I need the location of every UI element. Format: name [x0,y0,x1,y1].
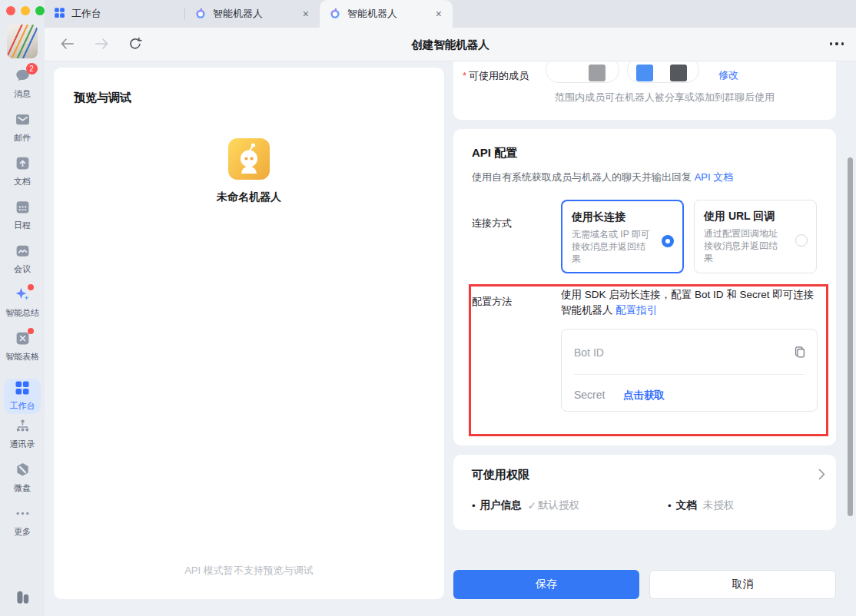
calendar-icon [15,199,31,218]
tab-close-icon[interactable]: × [434,8,443,20]
api-config-subtitle: 使用自有系统获取成员与机器人的聊天并输出回复 API 文档 [472,171,733,184]
user-avatar[interactable] [7,25,38,58]
tab-bar: 工作台 智能机器人 × 智能机器人 × [45,0,856,28]
save-button[interactable]: 保存 [453,570,639,599]
sidebar-item-smart-summary[interactable]: 智能总结 [0,286,45,330]
workbench-grid-icon [54,7,65,21]
bullet-icon: • [472,500,476,512]
members-label: *可使用的成员 [463,69,529,83]
close-window-button[interactable] [6,6,15,15]
sidebar-item-docs[interactable]: 文档 [0,155,45,199]
sidebar-item-workbench[interactable]: 工作台 [0,374,45,418]
get-secret-link[interactable]: 点击获取 [623,389,665,402]
toolbar: 创建智能机器人 [45,28,856,61]
radio-selected-icon[interactable] [662,235,674,247]
robot-tab-icon [194,7,207,22]
meeting-icon [15,243,31,262]
permissions-title: 可使用权限 [472,468,529,482]
bot-name: 未命名机器人 [54,190,444,204]
member-avatar [589,65,606,81]
members-card: *可使用的成员 修改 范围内成员可在机器人被分享或添加到群聊后使用 [453,61,836,120]
mail-icon [15,111,31,131]
tab-workbench[interactable]: 工作台 [45,0,184,28]
bot-identity: 未命名机器人 [54,138,444,204]
permission-docs: • 文档 未授权 [668,498,734,512]
workbench-grid-icon [15,380,30,399]
robot-tab-icon [329,7,341,22]
tab-close-icon[interactable]: × [301,8,310,20]
chevron-right-icon[interactable] [818,469,825,483]
sidebar-item-smart-table[interactable]: 智能表格 [0,330,45,374]
sidebar-item-drive[interactable]: 微盘 [0,462,45,505]
robot-avatar-icon [228,169,270,182]
api-doc-link[interactable]: API 文档 [695,171,734,183]
permission-user-info: • 用户信息 ✓ 默认授权 [472,498,579,512]
option-long-connection[interactable]: 使用长连接 无需域名或 IP 即可接收消息并返回结果 [561,200,684,273]
sidebar-item-contacts[interactable]: 通讯录 [0,418,45,462]
bullet-icon: • [668,500,672,512]
check-icon: ✓ [528,499,536,512]
config-method-desc: 使用 SDK 启动长连接，配置 Bot ID 和 Secret 即可连接智能机器… [561,287,821,318]
option-url-callback[interactable]: 使用 URL 回调 通过配置回调地址接收消息并返回结果 [694,200,817,273]
drive-icon [15,462,31,481]
secret-label: Secret [574,389,605,401]
contacts-org-icon [15,418,31,437]
notification-dot [28,284,34,290]
preview-title: 预览与调试 [74,91,131,105]
more-dots-icon [15,505,31,525]
app-window: { "colors": { "accent_blue": "#3370ff", … [0,0,856,616]
maximize-window-button[interactable] [35,6,45,15]
document-icon [15,155,31,174]
main-content: 预览与调试 未命名机器人 API 模式暂不支持预览与调试 *可使用的成员 修改 … [45,61,856,616]
api-config-card: API 配置 使用自有系统获取成员与机器人的聊天并输出回复 API 文档 连接方… [453,129,836,445]
sidebar-item-more[interactable]: 更多 [0,505,45,549]
sidebar-nav: 2 消息 邮件 文档 日程 会议 [0,68,45,549]
sidebar-item-calendar[interactable]: 日程 [0,199,45,243]
preview-panel: 预览与调试 未命名机器人 API 模式暂不支持预览与调试 [54,68,444,599]
minimize-window-button[interactable] [21,6,30,15]
member-avatar [636,65,653,81]
radio-unselected-icon[interactable] [795,234,808,247]
sidebar-item-mail[interactable]: 邮件 [0,111,45,155]
tab-smart-bot-1[interactable]: 智能机器人 × [185,0,320,28]
sidebar-item-messages[interactable]: 2 消息 [0,68,45,111]
config-guide-link[interactable]: 配置指引 [615,304,657,316]
member-avatar [670,65,687,81]
permissions-card[interactable]: 可使用权限 • 用户信息 ✓ 默认授权 • 文档 未授权 [453,455,836,530]
stats-bars-icon [14,588,31,608]
page-title: 创建智能机器人 [45,38,856,52]
vertical-scrollbar-thumb[interactable] [848,157,853,516]
usage-stats-button[interactable] [0,588,45,608]
credentials-box: Bot ID Secret 点击获取 [561,329,818,412]
bot-id-input[interactable]: Bot ID [574,346,774,359]
unread-badge: 2 [26,63,38,75]
sidebar-item-meeting[interactable]: 会议 [0,243,45,286]
copy-icon[interactable] [793,346,807,363]
notification-dot [28,328,34,334]
left-rail: 2 消息 邮件 文档 日程 会议 [0,0,45,616]
api-config-title: API 配置 [472,146,517,161]
cancel-button[interactable]: 取消 [649,570,836,599]
config-method-label: 配置方法 [472,295,512,309]
members-hint: 范围内成员可在机器人被分享或添加到群聊后使用 [555,91,775,104]
field-divider [574,374,805,375]
member-chip[interactable] [546,61,619,83]
more-menu-button[interactable] [830,42,844,45]
connection-method-label: 连接方式 [472,217,512,230]
window-controls [6,6,45,15]
required-asterisk: * [463,70,466,81]
edit-members-link[interactable]: 修改 [718,68,738,82]
preview-unsupported-note: API 模式暂不支持预览与调试 [54,564,444,578]
tab-smart-bot-2-active[interactable]: 智能机器人 × [320,0,453,28]
